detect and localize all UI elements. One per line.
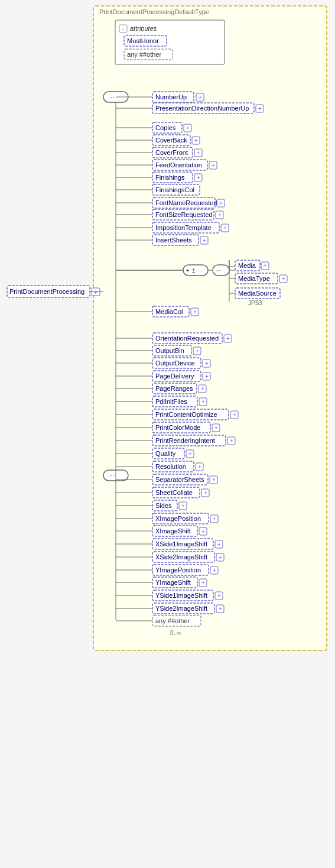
svg-text:+: + xyxy=(223,225,227,231)
svg-text:PdlInitFiles: PdlInitFiles xyxy=(155,398,187,405)
svg-text:ImpositionTemplate: ImpositionTemplate xyxy=(155,224,212,231)
svg-rect-181 xyxy=(199,527,207,535)
svg-rect-83 xyxy=(261,262,269,270)
svg-text:MediaType: MediaType xyxy=(238,275,270,282)
svg-rect-45 xyxy=(209,161,217,169)
svg-text:+: + xyxy=(197,150,200,156)
svg-text:XImageShift: XImageShift xyxy=(155,527,191,535)
svg-rect-106 xyxy=(224,335,232,342)
svg-text:+: + xyxy=(205,373,209,380)
svg-rect-166 xyxy=(201,489,209,497)
svg-rect-119 xyxy=(152,371,201,381)
svg-rect-35 xyxy=(192,137,200,144)
svg-rect-129 xyxy=(152,396,197,407)
svg-text:-: - xyxy=(122,25,123,32)
svg-text:Finishings: Finishings xyxy=(155,174,185,181)
svg-rect-146 xyxy=(227,437,235,445)
svg-text:+: + xyxy=(217,541,221,548)
svg-text:÷: ÷ xyxy=(186,267,190,274)
svg-rect-2 xyxy=(119,25,127,33)
svg-rect-201 xyxy=(199,579,207,587)
svg-text:+: + xyxy=(186,125,190,131)
svg-text:+: + xyxy=(94,289,97,296)
svg-rect-68 xyxy=(221,224,229,232)
svg-text:+: + xyxy=(193,309,197,315)
svg-text:+: + xyxy=(218,212,222,218)
svg-text:CoverFront: CoverFront xyxy=(155,149,188,156)
svg-text:attributes: attributes xyxy=(130,25,157,32)
svg-text:+: + xyxy=(201,399,205,405)
svg-rect-114 xyxy=(152,358,201,368)
svg-text:NumberUp: NumberUp xyxy=(155,93,187,101)
diagram-container: PrintDocumentProcessingDefaultType - att… xyxy=(0,0,335,868)
svg-rect-9 xyxy=(7,286,90,297)
svg-rect-33 xyxy=(152,135,190,145)
svg-rect-104 xyxy=(152,333,222,344)
svg-text:+: + xyxy=(264,263,267,269)
svg-rect-81 xyxy=(235,260,260,271)
svg-text:+: + xyxy=(194,137,198,144)
svg-rect-7 xyxy=(124,49,173,60)
svg-rect-179 xyxy=(152,526,197,536)
svg-text:+: + xyxy=(181,503,185,509)
svg-rect-204 xyxy=(152,590,213,601)
svg-rect-66 xyxy=(152,222,219,233)
svg-rect-169 xyxy=(152,500,177,511)
svg-text:+: + xyxy=(226,335,230,342)
svg-rect-98 xyxy=(191,308,199,316)
svg-text:···: ··· xyxy=(216,267,221,274)
svg-rect-11 xyxy=(92,288,100,296)
svg-text:SheetCollate: SheetCollate xyxy=(155,489,193,496)
svg-rect-116 xyxy=(203,359,210,367)
svg-rect-121 xyxy=(203,373,210,380)
svg-text:FontSizeRequested: FontSizeRequested xyxy=(155,211,213,218)
svg-text:+: + xyxy=(198,464,201,470)
svg-text:OutputBin: OutputBin xyxy=(155,347,184,354)
svg-text:PrintColorMode: PrintColorMode xyxy=(155,424,200,431)
svg-rect-194 xyxy=(152,565,209,575)
svg-rect-43 xyxy=(152,160,207,170)
svg-text:XSide2ImageShift: XSide2ImageShift xyxy=(155,553,207,561)
svg-rect-20 xyxy=(196,93,204,101)
svg-rect-184 xyxy=(152,539,213,549)
svg-text:FeedOrientation: FeedOrientation xyxy=(155,161,202,169)
diagram-svg: PrintDocumentProcessingDefaultType - att… xyxy=(0,0,335,868)
svg-text:Copies: Copies xyxy=(155,124,176,131)
svg-text:+: + xyxy=(196,348,199,354)
svg-rect-5 xyxy=(124,35,167,46)
svg-text:+: + xyxy=(213,516,216,522)
svg-rect-164 xyxy=(152,487,200,498)
svg-text:+: + xyxy=(199,94,202,101)
svg-text:JPS3: JPS3 xyxy=(248,300,262,306)
svg-rect-96 xyxy=(152,306,189,317)
svg-rect-199 xyxy=(152,577,197,588)
svg-text:YSide2ImageShift: YSide2ImageShift xyxy=(155,605,207,612)
svg-rect-30 xyxy=(184,124,191,132)
svg-text:±: ± xyxy=(192,267,196,274)
svg-rect-136 xyxy=(230,411,238,419)
svg-rect-211 xyxy=(216,605,224,613)
svg-text:InsertSheets: InsertSheets xyxy=(155,237,192,244)
svg-rect-159 xyxy=(152,474,208,485)
svg-text:PrintRenderingIntent: PrintRenderingIntent xyxy=(155,437,215,444)
svg-text:+: + xyxy=(217,592,221,599)
svg-text:+: + xyxy=(219,605,222,612)
svg-text:+: + xyxy=(214,425,218,431)
svg-text:XSide1ImageShift: XSide1ImageShift xyxy=(155,540,207,548)
svg-text:+: + xyxy=(188,451,192,457)
svg-text:Media: Media xyxy=(238,262,256,269)
svg-rect-100 xyxy=(103,470,128,481)
svg-text:Sides: Sides xyxy=(155,502,172,509)
svg-rect-79 xyxy=(213,265,229,276)
svg-rect-141 xyxy=(212,424,220,432)
svg-text:Resolution: Resolution xyxy=(155,463,186,470)
svg-text:+: + xyxy=(201,528,205,535)
svg-rect-58 xyxy=(217,199,225,207)
svg-rect-191 xyxy=(216,553,224,561)
svg-text:···: ··· xyxy=(109,472,114,479)
svg-rect-139 xyxy=(152,422,210,433)
svg-text:+: + xyxy=(219,554,222,561)
svg-text:YSide1ImageShift: YSide1ImageShift xyxy=(155,592,207,599)
svg-rect-144 xyxy=(152,435,226,446)
svg-rect-1 xyxy=(115,20,225,64)
